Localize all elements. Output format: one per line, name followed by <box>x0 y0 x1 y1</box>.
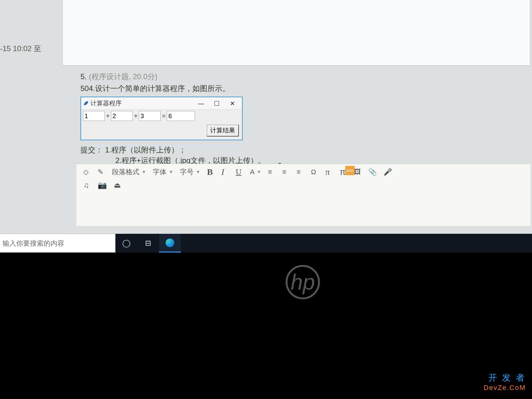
previous-question-box <box>62 0 530 65</box>
package-icon[interactable]: ⏏ <box>114 181 121 190</box>
result-input[interactable] <box>167 111 195 121</box>
attach-icon[interactable]: 📎 <box>368 168 377 176</box>
submit-label: 提交： <box>80 146 103 154</box>
pi-button[interactable]: π <box>325 168 333 176</box>
paragraph-format-dropdown[interactable]: 段落格式▼ <box>112 168 146 176</box>
bold-button[interactable]: B <box>207 168 215 176</box>
question-number: 5. <box>80 72 87 81</box>
operand-1-input[interactable] <box>83 111 105 121</box>
submit-instructions: 提交： 1.程序（以附件上传）； 2.程序+运行截图（.jpg文件，以图片上传）… <box>80 145 455 166</box>
task-view-icon[interactable]: ⊟ <box>137 234 159 252</box>
watermark: 开 发 者 DevZe.CoM <box>484 373 526 393</box>
watermark-line-1: 开 发 者 <box>484 373 526 383</box>
calc-titlebar: 计算器程序 — ☐ ✕ <box>81 97 242 110</box>
calc-window-title: 计算器程序 <box>90 99 122 108</box>
calc-window: 计算器程序 — ☐ ✕ + + = 计算结果 <box>80 97 243 140</box>
pi-beta-button[interactable]: πbeta <box>340 168 347 176</box>
plus-label-1: + <box>106 113 110 120</box>
question-meta: (程序设计题, 20.0分) <box>89 72 157 81</box>
minimize-button[interactable]: — <box>193 100 209 107</box>
compute-button[interactable]: 计算结果 <box>207 125 239 137</box>
timestamp-fragment: -15 10:02 至 <box>0 44 41 54</box>
operand-3-input[interactable] <box>139 111 161 121</box>
question-block: 5. (程序设计题, 20.0分) 504.设计一个简单的计算器程序，如图所示。… <box>80 72 455 166</box>
eraser-icon[interactable]: ◇ <box>83 168 91 176</box>
edge-app-icon[interactable] <box>159 234 181 252</box>
question-title: 504.设计一个简单的计算器程序，如图所示。 <box>80 84 455 94</box>
equals-label: = <box>162 113 166 120</box>
align-left-icon[interactable]: ≡ <box>268 168 275 176</box>
omega-symbol-button[interactable]: Ω <box>311 168 318 176</box>
format-painter-icon[interactable]: ✎ <box>98 168 105 176</box>
plus-label-2: + <box>134 113 138 120</box>
mic-icon[interactable]: 🎤 <box>384 168 392 176</box>
camera-icon[interactable]: 📷 <box>98 181 107 190</box>
font-family-dropdown[interactable]: 字体▼ <box>153 168 173 176</box>
watermark-line-2: DevZe.CoM <box>484 383 526 393</box>
underline-button[interactable]: U <box>236 168 243 176</box>
submit-line-1: 1.程序（以附件上传）； <box>105 146 186 154</box>
cortana-icon[interactable]: ◯ <box>115 234 137 252</box>
font-color-button[interactable]: A▼ <box>250 168 261 176</box>
monitor-bezel: hp 开 发 者 DevZe.CoM <box>0 252 532 399</box>
close-button[interactable]: ✕ <box>225 100 240 107</box>
calc-body: + + = <box>81 110 242 122</box>
taskbar: ◯ ⊟ <box>115 234 532 252</box>
taskbar-search-input[interactable]: 输入你要搜索的内容 <box>0 234 115 252</box>
image-icon[interactable]: 🖼 <box>354 168 361 176</box>
italic-button[interactable]: I <box>221 168 229 176</box>
align-center-icon[interactable]: ≡ <box>282 168 290 176</box>
font-size-dropdown[interactable]: 字号▼ <box>180 168 200 176</box>
align-right-icon[interactable]: ≡ <box>297 168 304 176</box>
music-icon[interactable]: ♫ <box>83 181 91 190</box>
editor-toolbar: ◇ ✎ 段落格式▼ 字体▼ 字号▼ B I U A▼ ≡ ≡ ≡ Ω π πbe… <box>76 164 530 180</box>
feather-icon <box>83 101 89 106</box>
operand-2-input[interactable] <box>111 111 133 121</box>
hp-logo: hp <box>286 265 320 299</box>
maximize-button[interactable]: ☐ <box>209 100 225 107</box>
editor-area: ◇ ✎ 段落格式▼ 字体▼ 字号▼ B I U A▼ ≡ ≡ ≡ Ω π πbe… <box>76 164 530 226</box>
